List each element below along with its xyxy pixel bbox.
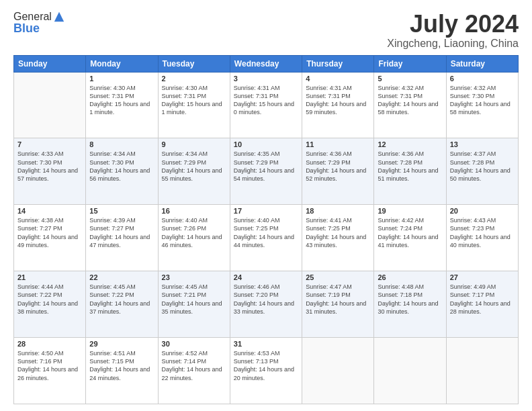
calendar-header-row: Sunday Monday Tuesday Wednesday Thursday… bbox=[14, 55, 519, 72]
cell-detail: Sunrise: 4:41 AMSunset: 7:25 PMDaylight:… bbox=[306, 216, 370, 249]
col-wednesday: Wednesday bbox=[230, 55, 302, 72]
daylight-text: Daylight: 14 hours and 40 minutes. bbox=[450, 234, 511, 248]
sunset-text: Sunset: 7:19 PM bbox=[306, 291, 351, 298]
daylight-text: Daylight: 15 hours and 0 minutes. bbox=[234, 101, 294, 116]
day-number: 7 bbox=[17, 140, 82, 148]
daylight-text: Daylight: 14 hours and 43 minutes. bbox=[306, 234, 366, 248]
sunrise-text: Sunrise: 4:38 AM bbox=[17, 217, 64, 224]
sunset-text: Sunset: 7:22 PM bbox=[89, 291, 134, 298]
day-number: 14 bbox=[17, 207, 82, 215]
table-row: 22Sunrise: 4:45 AMSunset: 7:22 PMDayligh… bbox=[86, 271, 158, 338]
daylight-text: Daylight: 14 hours and 30 minutes. bbox=[378, 300, 438, 315]
day-number: 25 bbox=[306, 273, 370, 281]
cell-detail: Sunrise: 4:43 AMSunset: 7:23 PMDaylight:… bbox=[450, 216, 515, 249]
sunset-text: Sunset: 7:31 PM bbox=[378, 93, 423, 99]
day-number: 9 bbox=[162, 140, 226, 148]
table-row: 2Sunrise: 4:30 AMSunset: 7:31 PMDaylight… bbox=[158, 72, 230, 138]
table-row: 11Sunrise: 4:36 AMSunset: 7:29 PMDayligh… bbox=[302, 138, 374, 205]
sunset-text: Sunset: 7:30 PM bbox=[17, 159, 62, 166]
daylight-text: Daylight: 14 hours and 35 minutes. bbox=[162, 300, 222, 315]
sunrise-text: Sunrise: 4:33 AM bbox=[17, 150, 64, 157]
cell-detail: Sunrise: 4:53 AMSunset: 7:13 PMDaylight:… bbox=[234, 349, 298, 382]
sunset-text: Sunset: 7:15 PM bbox=[89, 358, 134, 365]
sunrise-text: Sunrise: 4:36 AM bbox=[306, 150, 352, 157]
calendar-week-row: 21Sunrise: 4:44 AMSunset: 7:22 PMDayligh… bbox=[14, 271, 519, 338]
cell-detail: Sunrise: 4:32 AMSunset: 7:31 PMDaylight:… bbox=[378, 84, 442, 117]
table-row: 31Sunrise: 4:53 AMSunset: 7:13 PMDayligh… bbox=[230, 338, 302, 404]
day-number: 2 bbox=[162, 75, 226, 83]
sunset-text: Sunset: 7:31 PM bbox=[306, 93, 351, 99]
sunrise-text: Sunrise: 4:30 AM bbox=[89, 85, 136, 91]
daylight-text: Daylight: 14 hours and 54 minutes. bbox=[234, 167, 294, 182]
cell-detail: Sunrise: 4:30 AMSunset: 7:31 PMDaylight:… bbox=[162, 84, 226, 117]
sunrise-text: Sunrise: 4:30 AM bbox=[162, 85, 208, 91]
day-number: 16 bbox=[162, 207, 226, 215]
day-number: 10 bbox=[234, 140, 298, 148]
sunset-text: Sunset: 7:30 PM bbox=[450, 93, 495, 99]
table-row: 26Sunrise: 4:48 AMSunset: 7:18 PMDayligh… bbox=[374, 271, 446, 338]
cell-detail: Sunrise: 4:40 AMSunset: 7:26 PMDaylight:… bbox=[162, 216, 226, 249]
sunrise-text: Sunrise: 4:34 AM bbox=[162, 150, 208, 157]
cell-detail: Sunrise: 4:45 AMSunset: 7:21 PMDaylight:… bbox=[162, 283, 226, 316]
sunrise-text: Sunrise: 4:43 AM bbox=[450, 217, 496, 224]
table-row: 21Sunrise: 4:44 AMSunset: 7:22 PMDayligh… bbox=[14, 271, 86, 338]
day-number: 8 bbox=[89, 140, 154, 148]
sunset-text: Sunset: 7:29 PM bbox=[306, 159, 351, 166]
main-title: July 2024 bbox=[387, 11, 519, 38]
sunset-text: Sunset: 7:31 PM bbox=[234, 93, 279, 99]
daylight-text: Daylight: 14 hours and 55 minutes. bbox=[162, 167, 222, 182]
table-row: 14Sunrise: 4:38 AMSunset: 7:27 PMDayligh… bbox=[14, 205, 86, 271]
day-number: 5 bbox=[378, 75, 442, 83]
sunrise-text: Sunrise: 4:31 AM bbox=[306, 85, 352, 91]
day-number: 22 bbox=[89, 273, 154, 281]
sunrise-text: Sunrise: 4:47 AM bbox=[306, 283, 352, 290]
sunset-text: Sunset: 7:25 PM bbox=[306, 225, 351, 232]
cell-detail: Sunrise: 4:34 AMSunset: 7:30 PMDaylight:… bbox=[89, 150, 154, 183]
sunrise-text: Sunrise: 4:44 AM bbox=[17, 283, 64, 290]
day-number: 20 bbox=[450, 207, 515, 215]
col-sunday: Sunday bbox=[14, 55, 86, 72]
cell-detail: Sunrise: 4:33 AMSunset: 7:30 PMDaylight:… bbox=[17, 150, 82, 183]
cell-detail: Sunrise: 4:31 AMSunset: 7:31 PMDaylight:… bbox=[306, 84, 370, 117]
day-number: 29 bbox=[89, 340, 154, 348]
calendar-week-row: 14Sunrise: 4:38 AMSunset: 7:27 PMDayligh… bbox=[14, 205, 519, 271]
table-row: 4Sunrise: 4:31 AMSunset: 7:31 PMDaylight… bbox=[302, 72, 374, 138]
daylight-text: Daylight: 14 hours and 28 minutes. bbox=[450, 300, 511, 315]
sunrise-text: Sunrise: 4:45 AM bbox=[162, 283, 208, 290]
cell-detail: Sunrise: 4:51 AMSunset: 7:15 PMDaylight:… bbox=[89, 349, 154, 382]
page: General Blue July 2024 Xingcheng, Liaoni… bbox=[0, 0, 532, 411]
sunset-text: Sunset: 7:27 PM bbox=[89, 225, 134, 232]
calendar-week-row: 7Sunrise: 4:33 AMSunset: 7:30 PMDaylight… bbox=[14, 138, 519, 205]
sunrise-text: Sunrise: 4:31 AM bbox=[234, 85, 280, 91]
sunset-text: Sunset: 7:29 PM bbox=[162, 159, 207, 166]
sunset-text: Sunset: 7:20 PM bbox=[234, 291, 279, 298]
table-row: 24Sunrise: 4:46 AMSunset: 7:20 PMDayligh… bbox=[230, 271, 302, 338]
sunrise-text: Sunrise: 4:48 AM bbox=[378, 283, 424, 290]
cell-detail: Sunrise: 4:48 AMSunset: 7:18 PMDaylight:… bbox=[378, 283, 442, 316]
day-number: 30 bbox=[162, 340, 226, 348]
table-row bbox=[374, 338, 446, 404]
sunset-text: Sunset: 7:29 PM bbox=[234, 159, 279, 166]
sunrise-text: Sunrise: 4:46 AM bbox=[234, 283, 280, 290]
cell-detail: Sunrise: 4:39 AMSunset: 7:27 PMDaylight:… bbox=[89, 216, 154, 249]
sunset-text: Sunset: 7:25 PM bbox=[234, 225, 279, 232]
table-row: 1Sunrise: 4:30 AMSunset: 7:31 PMDaylight… bbox=[86, 72, 158, 138]
table-row: 28Sunrise: 4:50 AMSunset: 7:16 PMDayligh… bbox=[14, 338, 86, 404]
sunset-text: Sunset: 7:30 PM bbox=[89, 159, 134, 166]
table-row bbox=[446, 338, 518, 404]
day-number: 17 bbox=[234, 207, 298, 215]
day-number: 31 bbox=[234, 340, 298, 348]
sunrise-text: Sunrise: 4:53 AM bbox=[234, 350, 280, 357]
cell-detail: Sunrise: 4:49 AMSunset: 7:17 PMDaylight:… bbox=[450, 283, 515, 316]
cell-detail: Sunrise: 4:52 AMSunset: 7:14 PMDaylight:… bbox=[162, 349, 226, 382]
table-row: 19Sunrise: 4:42 AMSunset: 7:24 PMDayligh… bbox=[374, 205, 446, 271]
day-number: 27 bbox=[450, 273, 515, 281]
daylight-text: Daylight: 14 hours and 51 minutes. bbox=[378, 167, 438, 182]
day-number: 26 bbox=[378, 273, 442, 281]
sunset-text: Sunset: 7:14 PM bbox=[162, 358, 207, 365]
day-number: 12 bbox=[378, 140, 442, 148]
sunset-text: Sunset: 7:21 PM bbox=[162, 291, 207, 298]
sunset-text: Sunset: 7:13 PM bbox=[234, 358, 279, 365]
daylight-text: Daylight: 14 hours and 58 minutes. bbox=[378, 101, 438, 116]
table-row: 27Sunrise: 4:49 AMSunset: 7:17 PMDayligh… bbox=[446, 271, 518, 338]
